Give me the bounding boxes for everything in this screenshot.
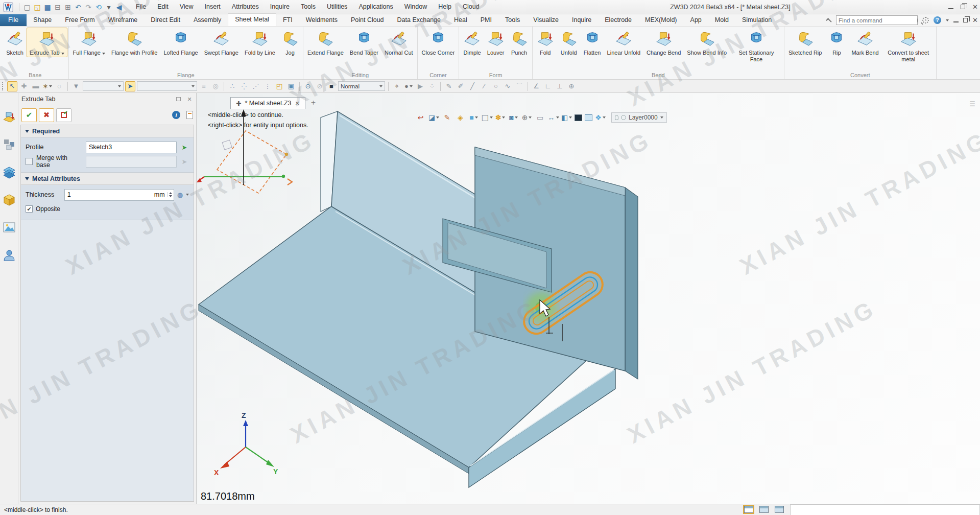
status-input-box[interactable] xyxy=(790,504,980,515)
dropdown-caret-icon[interactable] xyxy=(49,85,52,87)
pick-point-icon[interactable]: ⌖ xyxy=(392,81,402,91)
dropdown-caret-icon[interactable] xyxy=(61,53,64,55)
circle-tool-icon[interactable]: ○ xyxy=(491,81,501,91)
document-tab[interactable]: ✚ * Metal sheet.Z3 ✕ xyxy=(230,97,305,109)
thickness-input[interactable] xyxy=(65,191,152,198)
profile-input[interactable] xyxy=(86,142,177,153)
filter-icon[interactable]: ▼ xyxy=(71,81,81,91)
manager-image-icon[interactable] xyxy=(3,221,16,234)
open-file-icon[interactable]: ◱ xyxy=(32,2,42,12)
folder-add-icon[interactable]: ◰ xyxy=(274,81,284,91)
ribbon-tab-wireframe[interactable]: Wireframe xyxy=(102,14,145,26)
swept-flange-button[interactable]: Swept Flange xyxy=(201,28,242,57)
ribbon-tab-direct-edit[interactable]: Direct Edit xyxy=(144,14,187,26)
view-wheel-icon[interactable]: ✽ xyxy=(495,112,506,123)
offset-pair-icon[interactable]: ≡ xyxy=(199,81,209,91)
print-icon[interactable]: ⊟ xyxy=(53,2,63,12)
show-panel-icon[interactable]: ◀ xyxy=(114,2,124,12)
ribbon-tab-shape[interactable]: Shape xyxy=(27,14,58,26)
bg-swatch-dark[interactable] xyxy=(575,114,582,121)
material-caret-icon[interactable] xyxy=(186,194,189,196)
dropdown-caret-icon[interactable] xyxy=(118,85,121,87)
normal-cut-button[interactable]: Normal Cut xyxy=(381,28,416,57)
ribbon-tab-data-exchange[interactable]: Data Exchange xyxy=(391,14,447,26)
profile-pick-icon[interactable]: ➤ xyxy=(180,144,189,151)
command-extrude-tab-icon[interactable] xyxy=(3,110,16,124)
point-mode-icon[interactable]: ● xyxy=(403,81,414,91)
close-corner-button[interactable]: Close Corner xyxy=(419,28,458,57)
3d-viewport[interactable]: Z X Y 81.7018mm ✚ * Metal sheet.Z3 ✕ ＋ <… xyxy=(197,93,980,504)
fold-by-line-button[interactable]: Fold by Line xyxy=(242,28,278,57)
convert-to-sheet-metal-button[interactable]: Convert to sheet metal xyxy=(882,28,935,64)
menu-help[interactable]: Help xyxy=(433,0,457,14)
arc-tool-icon[interactable]: ⌒ xyxy=(514,81,524,91)
dropdown-caret-icon[interactable] xyxy=(436,116,439,119)
linear-unfold-button[interactable]: Linear Unfold xyxy=(604,28,643,57)
polyline-tool-icon[interactable]: ∕ xyxy=(479,81,489,91)
dimple-button[interactable]: Dimple xyxy=(460,28,484,57)
command-search-input[interactable] xyxy=(839,17,917,24)
change-bend-button[interactable]: Change Bend xyxy=(643,28,684,57)
more-caret-icon[interactable]: ▾ xyxy=(104,2,114,12)
doc-close-icon[interactable]: ✕ xyxy=(972,18,978,23)
bend-taper-button[interactable]: Bend Taper xyxy=(347,28,381,57)
sketched-rip-button[interactable]: Sketched Rip xyxy=(785,28,825,57)
menu-edit[interactable]: Edit xyxy=(152,0,174,14)
sheet-display-icon[interactable]: ❖ xyxy=(595,112,606,123)
rotate-target-icon[interactable]: ⊕ xyxy=(521,112,532,123)
filter-combo[interactable] xyxy=(83,81,124,91)
ribbon-tab-point-cloud[interactable]: Point Cloud xyxy=(344,14,391,26)
dropdown-caret-icon[interactable] xyxy=(603,116,606,119)
color-swatch-icon[interactable]: ■ xyxy=(326,81,337,91)
dropdown-caret-icon[interactable] xyxy=(515,116,518,119)
regen-icon[interactable]: ⟲ xyxy=(93,2,104,12)
sketch-button[interactable]: Sketch xyxy=(3,28,27,57)
viewport-menu-icon[interactable]: ☰ xyxy=(969,100,976,108)
angle-tool-icon[interactable]: ∠ xyxy=(531,81,541,91)
bg-swatch-light[interactable] xyxy=(585,114,592,121)
thickness-stepper[interactable] xyxy=(167,192,174,197)
spline-tool-icon[interactable]: ∿ xyxy=(503,81,513,91)
material-globe-icon[interactable]: ◍ xyxy=(177,191,183,199)
layer-select[interactable]: Layer0000 xyxy=(611,112,667,123)
minimize-icon[interactable] xyxy=(948,5,953,9)
ribbon-tab-mold[interactable]: Mold xyxy=(708,14,735,26)
dropdown-caret-icon[interactable] xyxy=(102,53,105,55)
lofted-flange-button[interactable]: Lofted Flange xyxy=(160,28,201,57)
print-setup-icon[interactable]: ⊞ xyxy=(63,2,73,12)
target-add-icon[interactable]: ⊕ xyxy=(566,81,577,91)
full-flange-button[interactable]: Full Flange xyxy=(70,28,108,57)
menu-cloud[interactable]: Cloud xyxy=(457,0,485,14)
unfold-button[interactable]: Unfold xyxy=(557,28,581,57)
point-snap-icon[interactable]: ∗ xyxy=(42,81,53,91)
pattern-points-icon[interactable]: ⁘ xyxy=(427,81,437,91)
help-icon[interactable]: ? xyxy=(934,16,941,24)
save-icon[interactable]: ▦ xyxy=(42,2,53,12)
zoom-window-icon[interactable]: ▭ xyxy=(535,112,545,123)
tab-pin-icon[interactable]: ✚ xyxy=(236,100,241,107)
snap-grid-icon[interactable]: ⁛ xyxy=(239,81,249,91)
manager-history-icon[interactable] xyxy=(3,166,16,179)
output-toggle-icon[interactable] xyxy=(775,506,784,513)
menu-tools[interactable]: Tools xyxy=(295,0,321,14)
info-icon[interactable]: i xyxy=(172,111,180,119)
ribbon-tab-weldments[interactable]: Weldments xyxy=(299,14,344,26)
dropdown-caret-icon[interactable] xyxy=(556,116,559,119)
restore-icon[interactable] xyxy=(961,5,965,9)
dropdown-caret-icon[interactable] xyxy=(502,116,505,119)
tab-close-icon[interactable]: ✕ xyxy=(295,100,300,107)
flatten-button[interactable]: Flatten xyxy=(581,28,604,57)
dim-bounds-icon[interactable]: ↔ xyxy=(548,112,559,123)
sketch-pencil-alt-icon[interactable]: ✐ xyxy=(456,81,466,91)
new-tab-button[interactable]: ＋ xyxy=(309,98,317,109)
cancel-button[interactable]: ✖ xyxy=(39,108,54,122)
dropdown-caret-icon[interactable] xyxy=(529,116,532,119)
jog-button[interactable]: Jog xyxy=(278,28,302,57)
show-bend-info-button[interactable]: Show Bend Info xyxy=(684,28,730,57)
exit-sketch-icon[interactable]: ↩ xyxy=(415,112,426,123)
menu-insert[interactable]: Insert xyxy=(199,0,226,14)
dropdown-caret-icon[interactable] xyxy=(475,116,478,119)
ribbon-tab-app[interactable]: App xyxy=(684,14,708,26)
menu-attributes[interactable]: Attributes xyxy=(226,0,265,14)
ribbon-tab-simulation[interactable]: Simulation xyxy=(735,14,778,26)
